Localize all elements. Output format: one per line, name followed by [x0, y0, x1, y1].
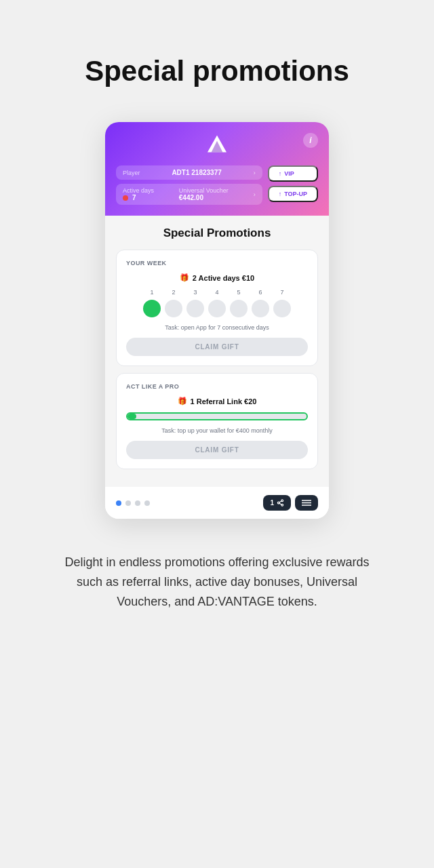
vip-arrow-icon: ↑ [279, 170, 282, 177]
day-3: 3 [186, 289, 204, 296]
active-days-row: 7 [123, 194, 154, 201]
page-dot-3[interactable] [135, 500, 140, 506]
header-right: ↑ VIP ↑ TOP-UP [268, 165, 318, 205]
day-6: 6 [252, 289, 269, 296]
referral-progress-bar [126, 412, 308, 420]
topup-button[interactable]: ↑ TOP-UP [268, 186, 318, 202]
app-logo [116, 134, 318, 156]
your-week-label: YOUR WEEK [126, 260, 308, 267]
phone-footer: 1 [105, 487, 329, 519]
menu-button[interactable] [295, 495, 318, 511]
act-like-pro-card: ACT LIKE A PRO 🎁 1 Referral Link €20 Tas… [116, 373, 318, 469]
header-left: Player ADT1 21823377 › Active days 7 Un [116, 165, 262, 205]
your-week-claim-button[interactable]: CLAIM GIFT [126, 338, 308, 356]
svg-line-6 [279, 501, 281, 502]
day-dot-2 [165, 300, 182, 317]
page-dot-1[interactable] [116, 500, 121, 506]
active-days-label: Active days [123, 187, 154, 194]
act-like-pro-gift-text: 1 Referral Link €20 [191, 397, 257, 406]
active-days-value: 7 [132, 194, 136, 201]
svg-line-5 [279, 504, 281, 505]
day-7: 7 [273, 289, 291, 296]
your-week-card: YOUR WEEK 🎁 2 Active days €10 1 2 3 4 5 … [116, 250, 318, 366]
days-numbers-row: 1 2 3 4 5 6 7 [126, 289, 308, 296]
player-label: Player [123, 170, 140, 176]
player-value: ADT1 21823377 [172, 169, 221, 176]
day-dot-7 [273, 300, 291, 317]
act-like-pro-claim-button[interactable]: CLAIM GIFT [126, 441, 308, 459]
share-icon [277, 499, 284, 507]
phone-card: i Player ADT1 21823377 › Active days 7 [105, 122, 329, 519]
voucher-arrow-icon: › [254, 191, 256, 198]
day-dot-4 [208, 300, 226, 317]
promotions-title: Special Promotions [116, 226, 318, 240]
menu-icon [302, 499, 311, 507]
vip-label: VIP [284, 170, 294, 177]
phone-header: i Player ADT1 21823377 › Active days 7 [105, 122, 329, 216]
days-dots-row [126, 300, 308, 317]
day-2: 2 [165, 289, 182, 296]
day-4: 4 [208, 289, 226, 296]
page-dot-2[interactable] [125, 500, 131, 506]
your-week-task: Task: open App for 7 consecutive days [126, 324, 308, 331]
voucher-value: €442.00 [179, 194, 229, 201]
topup-arrow-icon: ↑ [279, 191, 282, 197]
active-days-pill[interactable]: Active days 7 Universal Voucher €442.00 … [116, 184, 262, 205]
page-dot-4[interactable] [144, 500, 150, 506]
page-share-button[interactable]: 1 [263, 495, 291, 511]
day-dot-6 [252, 300, 269, 317]
voucher-label: Universal Voucher [179, 187, 229, 194]
day-1: 1 [143, 289, 161, 296]
page-description: Delight in endless promotions offering e… [27, 519, 407, 652]
gift-icon-2: 🎁 [178, 397, 187, 406]
footer-actions: 1 [263, 495, 318, 511]
page-number: 1 [270, 499, 274, 507]
topup-label: TOP-UP [284, 191, 307, 197]
referral-progress-fill [127, 414, 136, 419]
page-title: Special promotions [58, 54, 376, 88]
act-like-pro-gift-title: 🎁 1 Referral Link €20 [126, 397, 308, 406]
player-pill[interactable]: Player ADT1 21823377 › [116, 165, 262, 180]
act-like-pro-label: ACT LIKE A PRO [126, 383, 308, 390]
your-week-gift-text: 2 Active days €10 [193, 274, 254, 282]
red-dot-icon [123, 195, 128, 201]
gift-icon: 🎁 [180, 273, 189, 282]
day-dot-1 [143, 300, 161, 317]
act-like-pro-task: Task: top up your wallet for €400 monthl… [126, 427, 308, 434]
player-arrow-icon: › [254, 170, 256, 176]
pagination-dots [116, 500, 150, 506]
phone-body: Special Promotions YOUR WEEK 🎁 2 Active … [105, 216, 329, 487]
header-info-rows: Player ADT1 21823377 › Active days 7 Un [116, 165, 318, 205]
day-dot-3 [186, 300, 204, 317]
vip-button[interactable]: ↑ VIP [268, 165, 318, 182]
your-week-gift-title: 🎁 2 Active days €10 [126, 273, 308, 282]
day-dot-5 [230, 300, 248, 317]
day-5: 5 [230, 289, 248, 296]
